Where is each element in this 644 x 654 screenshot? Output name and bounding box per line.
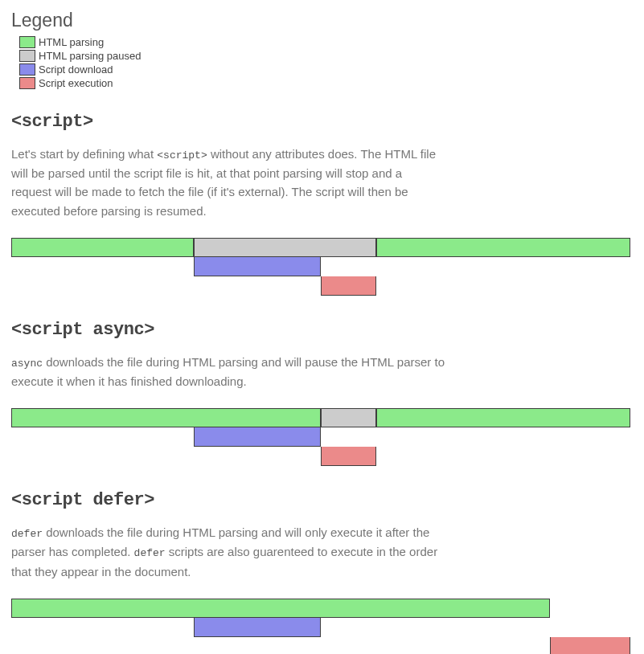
timeline-bar-red: [321, 447, 376, 466]
desc-text: Let's start by defining what: [11, 147, 157, 161]
legend-label: Script download: [39, 63, 113, 76]
legend-swatch: [19, 36, 35, 48]
legend-items: HTML parsingHTML parsing pausedScript do…: [11, 36, 633, 89]
timeline-bar-blue: [194, 257, 321, 276]
timeline-bar-green: [11, 408, 321, 427]
legend-label: Script execution: [39, 77, 113, 89]
section: <script async>async downloads the file d…: [11, 320, 633, 466]
legend-item: HTML parsing paused: [11, 50, 633, 62]
code-literal: defer: [134, 547, 166, 559]
timeline-bar-blue: [194, 618, 321, 637]
timeline-bar-grey: [194, 238, 376, 257]
legend: Legend HTML parsingHTML parsing pausedSc…: [11, 10, 633, 89]
section-title: <script async>: [11, 320, 633, 340]
section-title: <script defer>: [11, 490, 633, 510]
section: <script defer>defer downloads the file d…: [11, 490, 633, 654]
timeline-row: [11, 618, 630, 637]
section-description: Let's start by defining what <script> wi…: [11, 145, 445, 220]
legend-label: HTML parsing paused: [39, 50, 141, 62]
timeline-row: [11, 408, 630, 427]
timeline-bar-green: [376, 238, 630, 257]
timeline-chart: [11, 599, 630, 654]
timeline-bar-green: [376, 408, 630, 427]
timeline-bar-grey: [321, 408, 376, 427]
timeline-bar-red: [321, 276, 376, 296]
code-literal: async: [11, 358, 43, 370]
timeline-bar-green: [11, 599, 550, 618]
timeline-row: [11, 276, 630, 296]
legend-title: Legend: [11, 10, 633, 31]
legend-label: HTML parsing: [39, 36, 104, 48]
section: <script>Let's start by defining what <sc…: [11, 112, 633, 296]
desc-text: downloads the file during HTML parsing a…: [11, 355, 445, 388]
section-description: defer downloads the file during HTML par…: [11, 523, 445, 581]
legend-item: Script execution: [11, 77, 633, 89]
legend-item: HTML parsing: [11, 36, 633, 48]
legend-swatch: [19, 77, 35, 89]
timeline-row: [11, 637, 630, 654]
timeline-row: [11, 238, 630, 257]
timeline-row: [11, 599, 630, 618]
legend-item: Script download: [11, 63, 633, 76]
timeline-bar-red: [550, 637, 630, 654]
timeline-chart: [11, 238, 630, 296]
legend-swatch: [19, 63, 35, 76]
section-title: <script>: [11, 112, 633, 132]
timeline-row: [11, 257, 630, 276]
code-literal: defer: [11, 528, 43, 540]
timeline-chart: [11, 408, 630, 466]
timeline-bar-green: [11, 238, 194, 257]
sections: <script>Let's start by defining what <sc…: [11, 112, 633, 654]
timeline-row: [11, 447, 630, 466]
section-description: async downloads the file during HTML par…: [11, 353, 445, 390]
legend-swatch: [19, 50, 35, 62]
timeline-bar-blue: [194, 427, 321, 447]
timeline-row: [11, 427, 630, 447]
code-literal: <script>: [157, 149, 207, 161]
